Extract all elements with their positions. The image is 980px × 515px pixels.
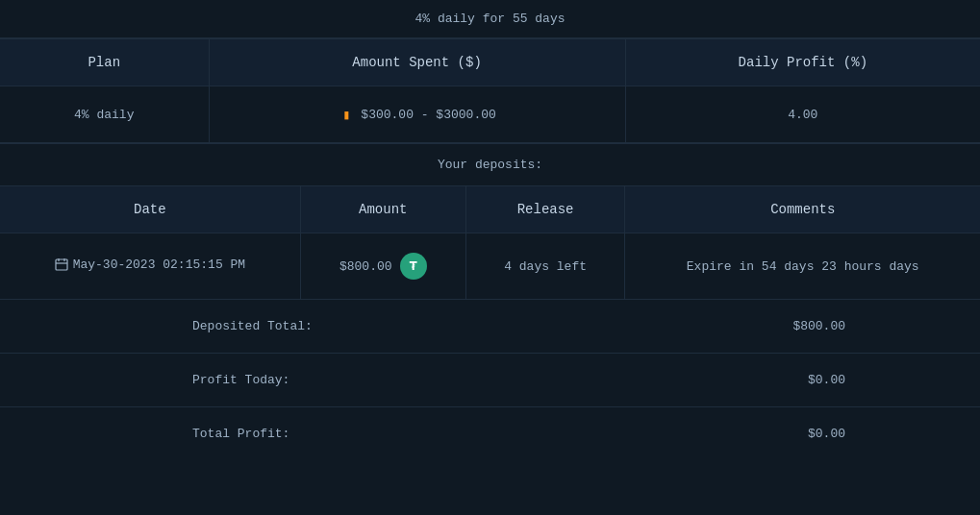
deposits-title: Your deposits: xyxy=(438,158,542,172)
deposit-release: 4 days left xyxy=(465,233,625,300)
deposit-date: May-30-2023 02:15:15 PM xyxy=(0,233,300,300)
plan-table-header-row: Plan Amount Spent ($) Daily Profit (%) xyxy=(0,39,980,86)
deposit-amount: $800.00 ₮ xyxy=(300,233,465,300)
deposit-row: May-30-2023 02:15:15 PM $800.00 ₮ 4 days… xyxy=(0,233,980,300)
amount-header: Amount xyxy=(300,186,465,233)
svg-rect-0 xyxy=(56,259,67,270)
profit-today-value: $0.00 xyxy=(808,373,845,387)
banner-text: 4% daily for 55 days xyxy=(415,12,565,26)
deposits-table: Date Amount Release Comments May-3 xyxy=(0,186,980,299)
plan-header: Plan xyxy=(0,39,209,86)
plan-amount-range: ▮ $300.00 - $3000.00 xyxy=(209,86,625,143)
total-profit-value: $0.00 xyxy=(808,427,845,441)
deposits-header: Your deposits: xyxy=(0,143,980,186)
plan-daily-profit: 4.00 xyxy=(625,86,980,143)
plan-name: 4% daily xyxy=(0,86,209,143)
release-header: Release xyxy=(465,186,625,233)
profit-today-label: Profit Today: xyxy=(192,373,289,387)
plan-table-row: 4% daily ▮ $300.00 - $3000.00 4.00 xyxy=(0,86,980,143)
bitcoin-icon: ▮ xyxy=(338,106,355,123)
plan-table: Plan Amount Spent ($) Daily Profit (%) 4… xyxy=(0,38,980,143)
comments-header: Comments xyxy=(625,186,980,233)
deposited-total-value: $800.00 xyxy=(792,319,845,333)
date-header: Date xyxy=(0,186,300,233)
deposits-header-row: Date Amount Release Comments xyxy=(0,186,980,233)
total-profit-label: Total Profit: xyxy=(192,427,289,441)
total-profit-row: Total Profit: $0.00 xyxy=(0,406,980,460)
deposit-comments: Expire in 54 days 23 hours days xyxy=(625,233,980,300)
daily-profit-header: Daily Profit (%) xyxy=(625,39,980,86)
main-container: 4% daily for 55 days Plan Amount Spent (… xyxy=(0,0,980,460)
profit-today-row: Profit Today: $0.00 xyxy=(0,353,980,406)
amount-spent-header: Amount Spent ($) xyxy=(209,39,625,86)
amount-value: $800.00 xyxy=(339,259,392,274)
deposited-total-row: Deposited Total: $800.00 xyxy=(0,299,980,353)
deposited-total-label: Deposited Total: xyxy=(192,319,313,333)
tether-icon: ₮ xyxy=(400,253,427,280)
calendar-icon xyxy=(55,258,68,271)
top-banner: 4% daily for 55 days xyxy=(0,0,980,38)
